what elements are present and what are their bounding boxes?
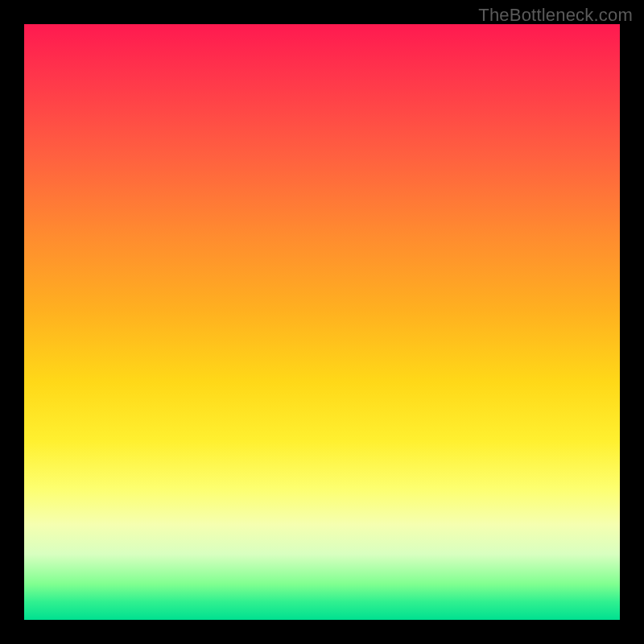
watermark-text: TheBottleneck.com	[478, 5, 633, 26]
curve-svg	[24, 24, 620, 620]
plot-area	[24, 24, 620, 620]
chart-frame: TheBottleneck.com	[0, 0, 644, 644]
